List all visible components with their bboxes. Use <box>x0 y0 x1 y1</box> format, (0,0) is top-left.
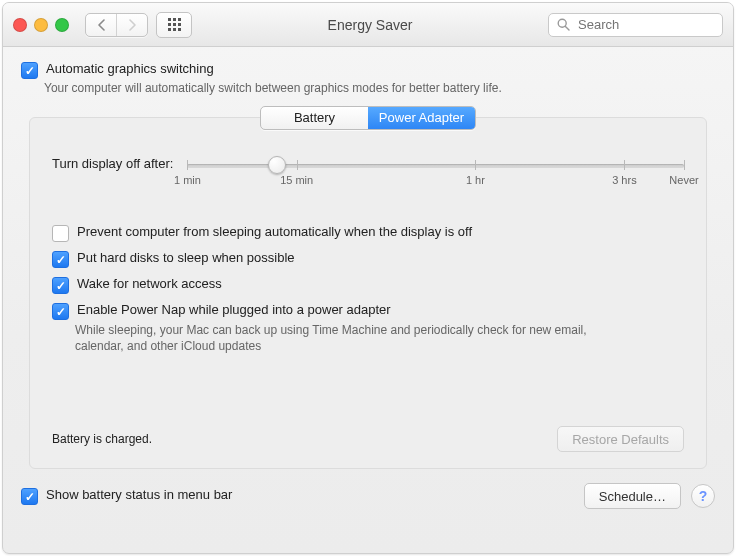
slider-tick-label: 3 hrs <box>612 174 636 186</box>
display-sleep-slider[interactable]: 1 min 15 min 1 hr 3 hrs Never <box>187 158 684 198</box>
power-nap-row: Enable Power Nap while plugged into a po… <box>52 302 684 320</box>
hd-sleep-label: Put hard disks to sleep when possible <box>77 250 295 265</box>
automatic-graphics-switching-label: Automatic graphics switching <box>46 61 214 76</box>
prevent-sleep-row: Prevent computer from sleeping automatic… <box>52 224 684 242</box>
wake-network-checkbox[interactable] <box>52 277 69 294</box>
hd-sleep-row: Put hard disks to sleep when possible <box>52 250 684 268</box>
content-area: Automatic graphics switching Your comput… <box>3 47 733 469</box>
chevron-left-icon <box>97 19 106 31</box>
power-nap-label: Enable Power Nap while plugged into a po… <box>77 302 391 317</box>
power-nap-checkbox[interactable] <box>52 303 69 320</box>
window-title: Energy Saver <box>200 17 540 33</box>
close-window-button[interactable] <box>13 18 27 32</box>
power-source-tabs: Battery Power Adapter <box>260 106 476 130</box>
slider-tick-label: 1 min <box>174 174 201 186</box>
help-icon: ? <box>699 488 708 504</box>
menu-bar-status-checkbox[interactable] <box>21 488 38 505</box>
wake-network-label: Wake for network access <box>77 276 222 291</box>
slider-tick <box>475 160 476 170</box>
grid-icon <box>168 18 181 31</box>
tab-battery[interactable]: Battery <box>261 107 368 129</box>
wake-network-row: Wake for network access <box>52 276 684 294</box>
bottom-right-controls: Schedule… ? <box>584 483 715 509</box>
zoom-window-button[interactable] <box>55 18 69 32</box>
slider-tick <box>684 160 685 170</box>
svg-line-1 <box>565 26 569 30</box>
battery-status-text: Battery is charged. <box>52 432 152 446</box>
minimize-window-button[interactable] <box>34 18 48 32</box>
slider-track <box>187 164 684 168</box>
power-nap-hint: While sleeping, your Mac can back up usi… <box>75 322 635 354</box>
search-input[interactable] <box>576 16 714 33</box>
window-controls <box>13 18 69 32</box>
automatic-graphics-switching-hint: Your computer will automatically switch … <box>44 81 715 95</box>
forward-button[interactable] <box>116 14 147 36</box>
panel-footer: Battery is charged. Restore Defaults <box>52 426 684 452</box>
prevent-sleep-checkbox[interactable] <box>52 225 69 242</box>
nav-back-forward <box>85 13 148 37</box>
display-sleep-row: Turn display off after: 1 min 15 min 1 h… <box>52 156 684 198</box>
slider-tick <box>624 160 625 170</box>
search-field[interactable] <box>548 13 723 37</box>
schedule-button[interactable]: Schedule… <box>584 483 681 509</box>
energy-saver-window: Energy Saver Automatic graphics switchin… <box>2 2 734 554</box>
slider-knob[interactable] <box>268 156 286 174</box>
automatic-graphics-switching-checkbox[interactable] <box>21 62 38 79</box>
show-all-button[interactable] <box>156 12 192 38</box>
options-list: Prevent computer from sleeping automatic… <box>52 224 684 354</box>
chevron-right-icon <box>128 19 137 31</box>
menu-bar-status-label: Show battery status in menu bar <box>46 487 232 502</box>
automatic-graphics-switching-row: Automatic graphics switching <box>21 61 715 79</box>
titlebar: Energy Saver <box>3 3 733 47</box>
slider-tick-label: 1 hr <box>466 174 485 186</box>
restore-defaults-button[interactable]: Restore Defaults <box>557 426 684 452</box>
slider-tick <box>187 160 188 170</box>
display-sleep-label: Turn display off after: <box>52 156 173 171</box>
slider-tick <box>297 160 298 170</box>
back-button[interactable] <box>86 14 116 36</box>
menu-bar-status-row: Show battery status in menu bar <box>21 487 232 505</box>
help-button[interactable]: ? <box>691 484 715 508</box>
slider-tick-label: Never <box>669 174 698 186</box>
tab-power-adapter[interactable]: Power Adapter <box>368 107 475 129</box>
search-icon <box>557 18 570 31</box>
settings-panel: Battery Power Adapter Turn display off a… <box>29 117 707 469</box>
prevent-sleep-label: Prevent computer from sleeping automatic… <box>77 224 472 239</box>
bottom-row: Show battery status in menu bar Schedule… <box>3 469 733 509</box>
slider-tick-label: 15 min <box>280 174 313 186</box>
hd-sleep-checkbox[interactable] <box>52 251 69 268</box>
